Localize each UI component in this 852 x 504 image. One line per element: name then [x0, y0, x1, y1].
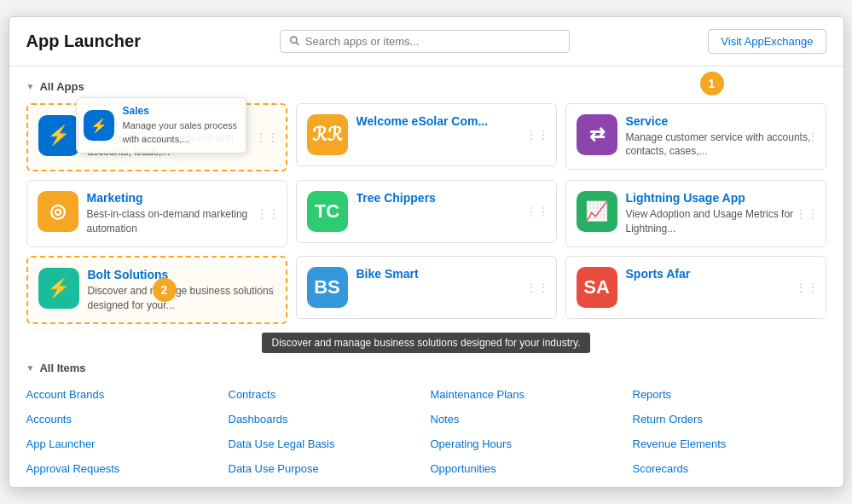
app-name-service: Service	[626, 114, 815, 128]
items-grid: Account BrandsContractsMaintenance Plans…	[26, 385, 826, 478]
item-link[interactable]: Data Use Legal Basis	[229, 434, 422, 454]
app-info-bikesmart: Bike Smart	[356, 267, 546, 283]
app-card-treechippers[interactable]: TCTree Chippers⋮⋮	[296, 180, 557, 243]
app-launcher-modal: App Launcher Visit AppExchange ▼ All App…	[9, 16, 844, 489]
app-name-treechippers: Tree Chippers	[356, 191, 546, 205]
item-link[interactable]: Account Brands	[26, 385, 220, 404]
app-card-esolar[interactable]: ℛℛWelcome eSolar Com...⋮⋮	[296, 103, 557, 166]
all-items-header[interactable]: ▼ All Items	[26, 362, 826, 374]
badge-2: 2	[153, 278, 177, 302]
app-info-sportsafar: Sports Afar	[626, 267, 815, 283]
app-icon-sales: ⚡	[38, 115, 79, 156]
app-name-lightning: Lightning Usage App	[626, 191, 815, 205]
item-link[interactable]: Return Orders	[633, 409, 826, 429]
search-icon	[289, 35, 300, 47]
item-link[interactable]: Maintenance Plans	[431, 385, 624, 404]
item-link[interactable]: Opportunities	[431, 459, 624, 478]
app-name-esolar: Welcome eSolar Com...	[356, 114, 546, 128]
item-link[interactable]: App Launcher	[26, 434, 220, 454]
visit-appexchange-button[interactable]: Visit AppExchange	[708, 29, 826, 54]
app-desc-sales: Manage your sales process with accounts,…	[88, 131, 275, 160]
app-card-wrapper-treechippers: TCTree Chippers⋮⋮	[296, 180, 557, 247]
app-card-service[interactable]: ⇄ServiceManage customer service with acc…	[565, 103, 826, 171]
item-link[interactable]: Approval Requests	[26, 459, 220, 478]
app-name-sportsafar: Sports Afar	[626, 267, 815, 281]
app-icon-marketing: ◎	[38, 191, 78, 232]
chevron-down-icon-2: ▼	[26, 363, 35, 373]
drag-handle-service[interactable]: ⋮⋮	[795, 130, 819, 143]
app-name-sales: Sales	[88, 115, 275, 129]
all-apps-section: ▼ All Apps 1 ⚡SalesManage your sales pro…	[26, 80, 826, 354]
drag-handle-esolar[interactable]: ⋮⋮	[525, 128, 549, 142]
drag-handle-lightning[interactable]: ⋮⋮	[795, 207, 819, 221]
app-card-lightning[interactable]: 📈Lightning Usage AppView Adoption and Us…	[565, 180, 826, 247]
drag-handle-treechippers[interactable]: ⋮⋮	[525, 205, 549, 218]
item-link[interactable]: Revenue Elements	[633, 434, 826, 454]
app-info-bolt: Bolt SolutionsDiscover and manage busine…	[88, 268, 275, 313]
apps-grid: ⚡SalesManage your sales process with acc…	[26, 103, 826, 325]
app-icon-sportsafar: SA	[577, 267, 617, 308]
app-icon-lightning: 📈	[577, 191, 617, 232]
drag-handle-sales[interactable]: ⋮⋮	[255, 130, 279, 144]
app-desc-bolt: Discover and manage business solutions d…	[88, 284, 275, 313]
badge-1: 1	[700, 72, 724, 96]
tooltip-container: Discover and manage business solutions d…	[26, 333, 826, 353]
search-input[interactable]	[305, 35, 560, 48]
item-link[interactable]: Accounts	[26, 409, 220, 429]
item-link[interactable]: Contracts	[229, 385, 422, 404]
app-card-wrapper-service: ⇄ServiceManage customer service with acc…	[565, 103, 826, 172]
app-info-service: ServiceManage customer service with acco…	[626, 114, 815, 159]
app-card-bikesmart[interactable]: BSBike Smart⋮⋮	[296, 256, 557, 319]
drag-handle-bolt[interactable]: ⋮⋮	[255, 283, 279, 297]
item-link[interactable]: Notes	[431, 409, 624, 429]
app-info-sales: SalesManage your sales process with acco…	[88, 115, 275, 160]
app-info-treechippers: Tree Chippers	[356, 191, 546, 207]
chevron-down-icon: ▼	[26, 82, 35, 91]
item-link[interactable]: Operating Hours	[431, 434, 624, 454]
app-card-wrapper-esolar: ℛℛWelcome eSolar Com...⋮⋮	[296, 103, 557, 172]
item-link[interactable]: Reports	[633, 385, 826, 404]
item-link[interactable]: Dashboards	[229, 409, 422, 429]
app-card-wrapper-sportsafar: SASports Afar⋮⋮	[565, 256, 826, 325]
app-icon-bikesmart: BS	[307, 267, 348, 308]
item-link[interactable]: Scorecards	[633, 459, 826, 478]
drag-handle-sportsafar[interactable]: ⋮⋮	[795, 281, 819, 294]
app-name-marketing: Marketing	[87, 191, 276, 205]
svg-point-0	[290, 37, 296, 43]
svg-line-1	[296, 43, 298, 45]
modal-header: App Launcher Visit AppExchange	[9, 17, 843, 67]
app-info-esolar: Welcome eSolar Com...	[356, 114, 546, 130]
app-icon-treechippers: TC	[307, 191, 348, 232]
app-card-wrapper-sales: ⚡SalesManage your sales process with acc…	[26, 103, 287, 172]
search-box[interactable]	[280, 30, 570, 53]
app-card-marketing[interactable]: ◎MarketingBest-in-class on-demand market…	[26, 180, 287, 247]
app-icon-service: ⇄	[577, 114, 617, 155]
all-items-section: ▼ All Items Account BrandsContractsMaint…	[26, 362, 826, 478]
modal-title: App Launcher	[26, 32, 141, 51]
app-card-wrapper-lightning: 📈Lightning Usage AppView Adoption and Us…	[565, 180, 826, 247]
app-name-bolt: Bolt Solutions	[88, 268, 275, 281]
app-icon-esolar: ℛℛ	[307, 114, 348, 155]
app-desc-service: Manage customer service with accounts, c…	[626, 130, 815, 159]
app-info-lightning: Lightning Usage AppView Adoption and Usa…	[626, 191, 815, 236]
app-card-sales[interactable]: ⚡SalesManage your sales process with acc…	[26, 103, 287, 172]
app-name-bikesmart: Bike Smart	[356, 267, 546, 281]
app-info-marketing: MarketingBest-in-class on-demand marketi…	[87, 191, 276, 236]
drag-handle-bikesmart[interactable]: ⋮⋮	[525, 281, 549, 294]
app-card-wrapper-marketing: ◎MarketingBest-in-class on-demand market…	[26, 180, 287, 247]
app-card-wrapper-bikesmart: BSBike Smart⋮⋮	[296, 256, 557, 325]
drag-handle-marketing[interactable]: ⋮⋮	[256, 207, 280, 221]
app-card-sportsafar[interactable]: SASports Afar⋮⋮	[565, 256, 826, 319]
app-desc-marketing: Best-in-class on-demand marketing automa…	[87, 207, 276, 236]
modal-body: ▼ All Apps 1 ⚡SalesManage your sales pro…	[9, 67, 843, 488]
app-desc-lightning: View Adoption and Usage Metrics for Ligh…	[626, 207, 815, 236]
bolt-tooltip: Discover and manage business solutions d…	[262, 333, 591, 353]
app-icon-bolt: ⚡	[38, 268, 79, 309]
item-link[interactable]: Data Use Purpose	[229, 459, 422, 478]
